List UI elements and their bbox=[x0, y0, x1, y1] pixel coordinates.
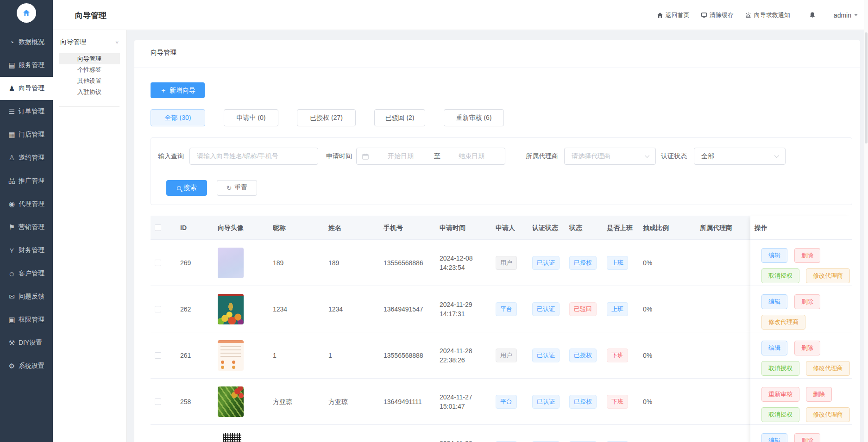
tab-2[interactable]: 已授权 (27) bbox=[297, 109, 356, 126]
time-label: 申请时间 bbox=[326, 148, 352, 165]
guide-avatar[interactable] bbox=[218, 248, 244, 278]
row-checkbox[interactable] bbox=[155, 260, 161, 266]
guide-avatar[interactable] bbox=[223, 433, 241, 442]
date-end-placeholder: 结束日期 bbox=[459, 152, 484, 161]
screen-icon bbox=[701, 12, 710, 19]
guide-avatar[interactable] bbox=[218, 386, 244, 417]
action-button[interactable]: 编辑 bbox=[761, 248, 787, 263]
sidebar-item-0[interactable]: ◔数据概况 bbox=[0, 31, 53, 54]
add-guide-button[interactable]: ＋新增向导 bbox=[151, 82, 205, 98]
user-menu[interactable]: admin bbox=[834, 12, 858, 19]
status-badge: 已授权 bbox=[569, 256, 597, 270]
action-button[interactable]: 修改代理商 bbox=[761, 315, 805, 330]
sidebar-item-10[interactable]: ☺客户管理 bbox=[0, 262, 53, 285]
table-row-1: 26212341234136494915472024-11-2914:17:31… bbox=[151, 286, 852, 332]
action-button[interactable]: 重新审核 bbox=[761, 387, 799, 402]
sidebar-item-11[interactable]: ✉问题反馈 bbox=[0, 285, 53, 308]
action-button[interactable]: 删除 bbox=[794, 341, 820, 355]
scrollbar-thumb[interactable] bbox=[865, 32, 868, 143]
sidebar-item-icon: ▣ bbox=[8, 316, 16, 324]
sidebar-item-3[interactable]: ☰订单管理 bbox=[0, 100, 53, 123]
table-row-0: 269189189135565688862024-12-0814:23:54用户… bbox=[151, 240, 852, 286]
tab-4[interactable]: 重新审核 (6) bbox=[444, 109, 504, 126]
submenu-item-0[interactable]: 向导管理 bbox=[59, 53, 120, 64]
action-button[interactable]: 修改代理商 bbox=[806, 268, 850, 283]
action-button[interactable]: 删除 bbox=[794, 294, 820, 309]
breadcrumb: 向导管理 bbox=[151, 49, 176, 57]
tab-3[interactable]: 已驳回 (2) bbox=[374, 109, 425, 126]
sidebar-item-6[interactable]: 品推广管理 bbox=[0, 169, 53, 193]
cell-nickname: 189 bbox=[273, 240, 283, 286]
logo[interactable] bbox=[0, 0, 53, 26]
sidebar-item-label: 数据概况 bbox=[19, 38, 44, 46]
action-button[interactable]: 取消授权 bbox=[761, 407, 799, 422]
sidebar-item-4[interactable]: ▦门店管理 bbox=[0, 123, 53, 146]
action-button[interactable]: 取消授权 bbox=[761, 361, 799, 376]
query-input[interactable]: 请输入向导姓名/昵称/手机号 bbox=[189, 148, 318, 165]
query-placeholder: 请输入向导姓名/昵称/手机号 bbox=[197, 152, 278, 161]
sidebar-item-icon: ♟ bbox=[8, 84, 16, 93]
column-header-applicant: 申请人 bbox=[496, 216, 515, 240]
agent-placeholder: 请选择代理商 bbox=[572, 152, 610, 161]
username: admin bbox=[834, 12, 851, 19]
row-checkbox[interactable] bbox=[155, 352, 161, 359]
reset-button[interactable]: ↻重置 bbox=[217, 180, 257, 196]
submenu-header[interactable]: 向导管理 ∨ bbox=[60, 37, 119, 48]
sidebar-item-12[interactable]: ▣权限管理 bbox=[0, 308, 53, 331]
sidebar-item-8[interactable]: ⚑营销管理 bbox=[0, 216, 53, 239]
action-button[interactable]: 编辑 bbox=[761, 433, 787, 442]
sidebar-item-label: 代理管理 bbox=[19, 200, 44, 208]
cell-ratio: 0% bbox=[643, 332, 652, 379]
sidebar-item-5[interactable]: ♙邀约管理 bbox=[0, 146, 53, 169]
sidebar-item-14[interactable]: ⚙系统设置 bbox=[0, 355, 53, 378]
auth-badge: 已认证 bbox=[532, 395, 560, 409]
sidebar-item-2[interactable]: ♟向导管理 bbox=[0, 77, 53, 100]
plus-icon: ＋ bbox=[160, 86, 167, 94]
column-header-agent: 所属代理商 bbox=[700, 216, 732, 240]
sidebar-item-label: 系统设置 bbox=[19, 362, 44, 370]
topbar-link-2[interactable]: 向导求救通知 bbox=[745, 11, 790, 19]
cell-nickname: 1 bbox=[273, 332, 277, 379]
caret-down-icon bbox=[854, 14, 858, 16]
cell-apply-time: 2024-11-26 bbox=[440, 439, 472, 442]
row-checkbox[interactable] bbox=[155, 398, 161, 405]
action-button[interactable]: 修改代理商 bbox=[806, 361, 850, 376]
cell-nickname: 1234 bbox=[273, 286, 287, 332]
guide-avatar[interactable] bbox=[218, 340, 244, 371]
submenu-item-2[interactable]: 其他设置 bbox=[59, 75, 120, 87]
action-button[interactable]: 删除 bbox=[806, 387, 832, 402]
action-button[interactable]: 修改代理商 bbox=[806, 407, 850, 422]
cell-name: 方亚琼 bbox=[328, 379, 348, 425]
notification-bell-icon[interactable] bbox=[809, 12, 816, 19]
sidebar-item-13[interactable]: ⚒DIY设置 bbox=[0, 331, 53, 355]
date-range-input[interactable]: 开始日期 至 结束日期 bbox=[356, 148, 505, 165]
chevron-down-icon bbox=[645, 153, 649, 158]
select-all-checkbox[interactable] bbox=[155, 224, 161, 231]
filter-panel: 输入查询 请输入向导姓名/昵称/手机号 申请时间 开始日期 至 结束日期 所属代… bbox=[151, 137, 852, 205]
tab-1[interactable]: 申请中 (0) bbox=[224, 109, 278, 126]
sidebar-item-9[interactable]: ¥财务管理 bbox=[0, 239, 53, 262]
action-button[interactable]: 编辑 bbox=[761, 294, 787, 309]
submenu-item-1[interactable]: 个性标签 bbox=[59, 64, 120, 75]
submenu-item-3[interactable]: 入驻协议 bbox=[59, 87, 120, 98]
action-button[interactable]: 取消授权 bbox=[761, 268, 799, 283]
auth-status-select[interactable]: 全部 bbox=[694, 148, 786, 165]
page-title: 向导管理 bbox=[75, 10, 107, 21]
action-button[interactable]: 编辑 bbox=[761, 341, 787, 355]
row-checkbox[interactable] bbox=[155, 306, 161, 312]
agent-select[interactable]: 请选择代理商 bbox=[564, 148, 656, 165]
sidebar-item-label: 订单管理 bbox=[19, 107, 44, 116]
action-button[interactable]: 删除 bbox=[794, 248, 820, 263]
tab-0[interactable]: 全部 (30) bbox=[151, 109, 205, 126]
topbar-link-1[interactable]: 清除缓存 bbox=[701, 11, 734, 19]
auth-status-label: 认证状态 bbox=[661, 148, 687, 165]
table-row-4: 2024-11-26平台已认证已授权上班编辑删除 bbox=[151, 425, 852, 442]
guide-avatar[interactable] bbox=[218, 294, 244, 324]
sidebar-item-icon: ▦ bbox=[8, 131, 16, 139]
sidebar-item-7[interactable]: ◉代理管理 bbox=[0, 193, 53, 216]
scrollbar[interactable] bbox=[864, 0, 868, 442]
search-button[interactable]: 搜索 bbox=[166, 180, 207, 196]
action-button[interactable]: 删除 bbox=[794, 433, 820, 442]
topbar-link-0[interactable]: 返回首页 bbox=[657, 11, 690, 19]
sidebar-item-1[interactable]: ▤服务管理 bbox=[0, 54, 53, 77]
